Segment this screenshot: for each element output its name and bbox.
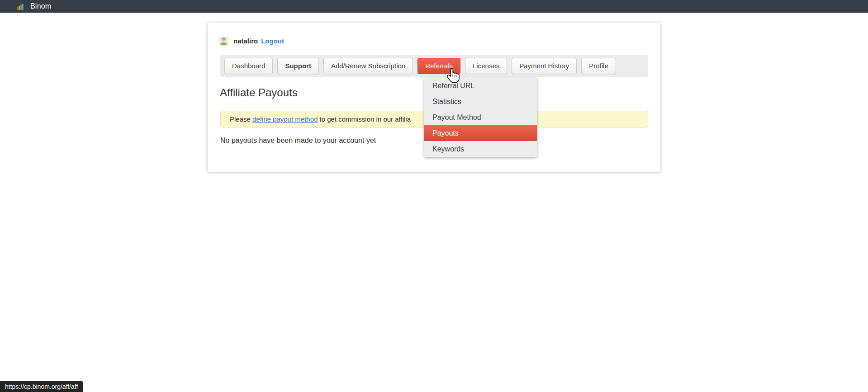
nav-bar: Dashboard Support Add/Renew Subscription…	[220, 55, 648, 77]
logout-link[interactable]: Logout	[261, 37, 284, 45]
user-row: nataliro Logout	[219, 36, 284, 45]
nav-tab-licenses[interactable]: Licenses	[465, 58, 507, 74]
notice-text-prefix: Please	[230, 115, 252, 123]
nav-tab-add-renew-subscription[interactable]: Add/Renew Subscription	[323, 58, 413, 74]
brand-title[interactable]: Binom	[30, 2, 51, 10]
nav-tab-profile[interactable]: Profile	[581, 58, 616, 74]
menu-item-statistics[interactable]: Statistics	[424, 94, 537, 109]
referrals-dropdown-menu: Referral URL Statistics Payout Method Pa…	[424, 78, 537, 157]
topbar: Binom	[0, 0, 868, 13]
page-title: Affiliate Payouts	[220, 86, 298, 99]
empty-message: No payouts have been made to your accoun…	[220, 137, 376, 145]
menu-item-payout-method[interactable]: Payout Method	[424, 109, 537, 125]
nav-tab-payment-history[interactable]: Payment History	[512, 58, 577, 74]
nav-tab-referrals[interactable]: Referrals	[417, 58, 460, 74]
user-avatar	[219, 37, 228, 45]
bar-chart-icon	[17, 3, 24, 10]
nav-tab-dashboard[interactable]: Dashboard	[224, 58, 273, 74]
username: nataliro	[233, 37, 258, 45]
menu-item-payouts[interactable]: Payouts	[424, 125, 537, 141]
nav-tab-support[interactable]: Support	[277, 58, 319, 74]
status-url-tooltip: https://cp.binom.org/aff/aff	[0, 381, 83, 392]
notice-text-suffix: to get commission in our affilia	[318, 115, 411, 123]
menu-item-referral-url[interactable]: Referral URL	[424, 78, 537, 94]
menu-item-keywords[interactable]: Keywords	[424, 141, 537, 157]
define-payout-method-link[interactable]: define payout method	[252, 115, 318, 123]
